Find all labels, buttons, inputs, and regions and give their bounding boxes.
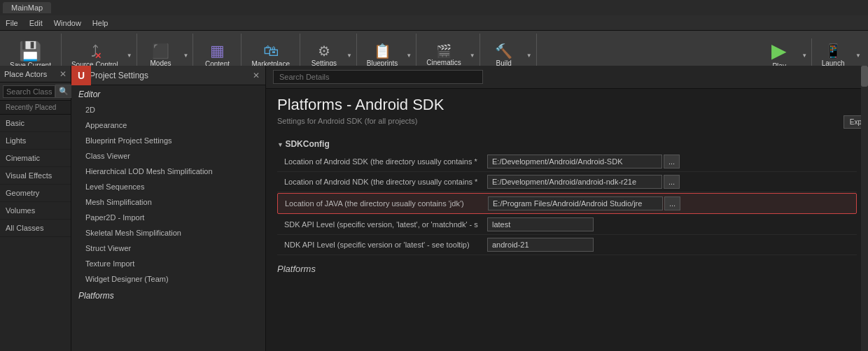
cinematics-icon: 🎬 — [436, 45, 451, 57]
sdk-row-api-level-label: SDK API Level (specific version, 'latest… — [277, 220, 487, 229]
content-icon: ▦ — [210, 43, 225, 59]
sdk-config-section: SDKConfig Location of Android SDK (the d… — [266, 134, 868, 258]
project-settings-panel: ⚙ Project Settings ✕ Editor 2D Appearanc… — [71, 66, 266, 351]
menu-help[interactable]: Help — [92, 19, 108, 27]
build-icon: 🔨 — [495, 44, 512, 58]
ndk-api-level-input[interactable] — [487, 238, 594, 252]
section-subtitle: Settings for Android SDK (for all projec… — [266, 117, 868, 131]
sidebar-item-lights[interactable]: Lights — [0, 132, 71, 150]
android-ndk-path-input[interactable] — [487, 175, 662, 189]
launch-icon: 📱 — [825, 44, 842, 58]
sdk-row-android-ndk-label: Location of Android NDK (the directory u… — [277, 178, 487, 186]
unreal-engine-logo: U — [71, 66, 91, 85]
settings-nav-hierarchical-lod[interactable]: Hierarchical LOD Mesh Simplification — [71, 164, 265, 179]
settings-nav-mesh-simplification[interactable]: Mesh Simplification — [71, 194, 265, 210]
title-bar: MainMap — [0, 0, 868, 15]
launch-dropdown-arrow[interactable]: ▼ — [854, 52, 862, 59]
java-path-input[interactable] — [488, 196, 663, 210]
place-actors-panel: Place Actors ✕ 🔍 Recently Placed Basic L… — [0, 66, 71, 351]
search-classes-input[interactable] — [3, 85, 55, 98]
sidebar-item-geometry[interactable]: Geometry — [0, 185, 71, 202]
menu-window[interactable]: Window — [54, 19, 81, 27]
platforms-footer-label: Platforms — [266, 258, 868, 280]
blueprints-icon: 📋 — [374, 44, 391, 58]
play-dropdown-arrow[interactable]: ▼ — [800, 52, 808, 59]
sdk-row-android-sdk-label: Location of Android SDK (the directory u… — [277, 157, 487, 166]
menu-edit[interactable]: Edit — [29, 19, 43, 27]
settings-nav-struct-viewer[interactable]: Struct Viewer — [71, 241, 265, 256]
title-tab[interactable]: MainMap — [3, 2, 51, 13]
sidebar-item-all-classes[interactable]: All Classes — [0, 220, 71, 237]
sidebar-item-basic[interactable]: Basic — [0, 115, 71, 132]
java-path-browse-button[interactable]: ... — [664, 196, 680, 210]
settings-nav-skeletal-mesh[interactable]: Skeletal Mesh Simplification — [71, 225, 265, 241]
platforms-section-header: Platforms — [71, 287, 265, 303]
search-classes-button[interactable]: 🔍 — [55, 85, 72, 98]
sdk-row-android-ndk-value: ... — [487, 175, 857, 189]
play-icon: ▶ — [771, 41, 787, 61]
search-details-bar — [266, 66, 868, 89]
sidebar-item-volumes[interactable]: Volumes — [0, 202, 71, 220]
main-content-area: Platforms - Android SDK Settings for And… — [266, 66, 868, 351]
modes-icon: ⬛ — [152, 44, 169, 58]
settings-icon: ⚙ — [318, 44, 330, 58]
recently-placed-label: Recently Placed — [0, 101, 71, 115]
source-control-error-icon: ✕ — [94, 51, 102, 61]
settings-nav-level-sequences[interactable]: Level Sequences — [71, 179, 265, 194]
android-sdk-browse-button[interactable]: ... — [664, 155, 680, 169]
sidebar-item-visual-effects[interactable]: Visual Effects — [0, 167, 71, 185]
project-settings-close-button[interactable]: ✕ — [253, 71, 260, 80]
settings-nav-class-viewer[interactable]: Class Viewer — [71, 148, 265, 164]
project-settings-title: Project Settings — [90, 71, 148, 80]
place-actors-title: Place Actors — [4, 70, 47, 78]
settings-nav-texture-import[interactable]: Texture Import — [71, 256, 265, 271]
marketplace-icon: 🛍 — [263, 43, 279, 59]
sdk-row-api-level-value — [487, 217, 857, 231]
sdk-row-ndk-api-level: NDK API Level (specific version or 'late… — [277, 235, 857, 255]
menu-bar: File Edit Window Help — [0, 15, 868, 31]
settings-nav-widget-designer[interactable]: Widget Designer (Team) — [71, 271, 265, 287]
cinematics-label: Cinematics — [426, 59, 461, 66]
settings-nav-blueprint-project-settings[interactable]: Blueprint Project Settings — [71, 133, 265, 148]
android-ndk-browse-button[interactable]: ... — [664, 175, 680, 189]
sdk-api-level-input[interactable] — [487, 217, 594, 231]
save-icon: 💾 — [19, 42, 41, 60]
sdk-row-android-ndk: Location of Android NDK (the directory u… — [277, 172, 857, 192]
sdk-row-android-sdk: Location of Android SDK (the directory u… — [277, 152, 857, 172]
source-control-icon-wrap: ⤴ ✕ — [91, 43, 99, 61]
sdk-row-ndk-api-level-value — [487, 238, 857, 252]
sidebar-item-cinematic[interactable]: Cinematic — [0, 150, 71, 167]
project-settings-title-bar: ⚙ Project Settings ✕ — [71, 66, 265, 85]
settings-nav-2d[interactable]: 2D — [71, 102, 265, 117]
sdk-config-header[interactable]: SDKConfig — [277, 136, 857, 152]
place-actors-search-bar: 🔍 — [0, 83, 71, 101]
settings-nav-appearance[interactable]: Appearance — [71, 117, 265, 133]
sdk-row-ndk-api-level-label: NDK API Level (specific version or 'late… — [277, 241, 487, 249]
settings-nav-paper2d-import[interactable]: Paper2D - Import — [71, 210, 265, 225]
sdk-row-android-sdk-value: ... — [487, 155, 857, 169]
scroll-indicator[interactable] — [861, 66, 868, 351]
editor-section-header: Editor — [71, 85, 265, 102]
sdk-row-api-level: SDK API Level (specific version, 'latest… — [277, 215, 857, 235]
place-actors-header: Place Actors ✕ — [0, 66, 71, 83]
search-details-input[interactable] — [273, 70, 483, 84]
sdk-row-java-label: Location of JAVA (the directory usually … — [278, 199, 488, 208]
android-sdk-path-input[interactable] — [487, 155, 662, 169]
android-sdk-section: Platforms - Android SDK Settings for And… — [266, 89, 868, 134]
scroll-thumb — [861, 66, 868, 87]
place-actors-close-button[interactable]: ✕ — [59, 69, 66, 79]
sdk-row-java: Location of JAVA (the directory usually … — [277, 193, 857, 214]
menu-file[interactable]: File — [6, 19, 18, 27]
sdk-row-java-value: ... — [488, 196, 856, 210]
section-title: Platforms - Android SDK — [266, 89, 868, 117]
